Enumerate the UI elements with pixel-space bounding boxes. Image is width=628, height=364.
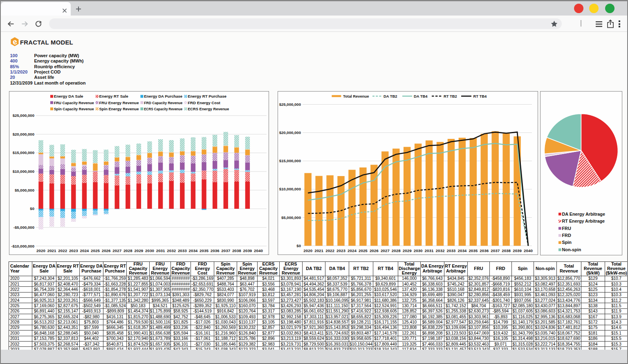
svg-text:$15,000,000: $15,000,000 <box>13 150 34 155</box>
svg-text:2025: 2025 <box>359 248 368 253</box>
svg-text:2030: 2030 <box>145 248 154 253</box>
svg-text:2026: 2026 <box>102 248 111 253</box>
svg-text:Non-spin: Non-spin <box>562 247 581 252</box>
svg-text:2020: 2020 <box>36 248 45 253</box>
svg-text:FRD: FRD <box>562 233 571 238</box>
svg-text:2025: 2025 <box>91 248 100 253</box>
svg-text:$15,000,000: $15,000,000 <box>279 159 301 163</box>
svg-text:2029: 2029 <box>135 248 144 253</box>
svg-text:2022: 2022 <box>58 248 67 253</box>
svg-text:$25,000,000: $25,000,000 <box>279 102 301 107</box>
svg-text:Spin Capacity Revenue: Spin Capacity Revenue <box>54 107 94 111</box>
svg-text:Energy RT Purchase: Energy RT Purchase <box>188 94 227 98</box>
svg-text:2031: 2031 <box>425 248 434 253</box>
svg-text:2035: 2035 <box>469 248 478 253</box>
svg-text:2038: 2038 <box>232 248 241 253</box>
svg-text:2027: 2027 <box>381 248 390 253</box>
svg-text:2036: 2036 <box>480 248 489 253</box>
svg-text:2020: 2020 <box>303 248 312 253</box>
svg-text:$10,000,000: $10,000,000 <box>279 187 301 191</box>
svg-text:2039: 2039 <box>243 248 252 253</box>
svg-text:2027: 2027 <box>112 248 121 253</box>
svg-text:FRD Capacity Revenue: FRD Capacity Revenue <box>144 100 183 105</box>
svg-text:2028: 2028 <box>123 248 132 253</box>
svg-text:$25,000,000: $25,000,000 <box>13 113 34 118</box>
svg-text:$20,000,000: $20,000,000 <box>13 132 34 136</box>
svg-text:$10,000,000: $10,000,000 <box>13 169 34 174</box>
svg-text:-$5,000,000: -$5,000,000 <box>13 225 34 230</box>
svg-text:ECRS Capacity Revenue: ECRS Capacity Revenue <box>144 107 183 111</box>
svg-text:DA Energy Arbitrage: DA Energy Arbitrage <box>562 212 605 217</box>
svg-text:FRD Energy Cost: FRD Energy Cost <box>188 100 220 105</box>
svg-text:2039: 2039 <box>513 248 522 253</box>
svg-text:-$10,000,000: -$10,000,000 <box>11 244 34 248</box>
svg-text:$20,000,000: $20,000,000 <box>279 130 301 135</box>
svg-text:$0: $0 <box>30 206 34 211</box>
svg-text:DA TB2: DA TB2 <box>384 94 397 98</box>
svg-text:2032: 2032 <box>167 248 176 253</box>
svg-text:2031: 2031 <box>156 248 165 253</box>
svg-text:2024: 2024 <box>80 248 89 253</box>
svg-text:2034: 2034 <box>458 248 467 253</box>
svg-text:2038: 2038 <box>502 248 511 253</box>
svg-text:Total Revenue: Total Revenue <box>343 94 369 98</box>
svg-text:FRU Capacity Revenue: FRU Capacity Revenue <box>54 100 94 105</box>
svg-text:2032: 2032 <box>436 248 445 253</box>
svg-text:2029: 2029 <box>403 248 412 253</box>
svg-text:2034: 2034 <box>189 248 198 253</box>
svg-text:2035: 2035 <box>200 248 209 253</box>
svg-text:Energy DA Purchase: Energy DA Purchase <box>144 94 183 98</box>
svg-text:DA TB4: DA TB4 <box>414 94 428 98</box>
svg-text:2040: 2040 <box>524 248 533 253</box>
svg-text:Spin: Spin <box>562 240 572 245</box>
svg-text:2033: 2033 <box>178 248 187 253</box>
svg-text:2026: 2026 <box>370 248 379 253</box>
svg-text:ECRS Energy Revenue: ECRS Energy Revenue <box>188 107 229 111</box>
svg-text:2024: 2024 <box>348 248 357 253</box>
svg-text:Energy RT Sale: Energy RT Sale <box>99 94 129 98</box>
svg-text:$5,000,000: $5,000,000 <box>15 188 34 192</box>
svg-text:2033: 2033 <box>447 248 456 253</box>
svg-text:2023: 2023 <box>336 248 345 253</box>
svg-text:FRU Energy Revenue: FRU Energy Revenue <box>99 100 139 105</box>
svg-text:2023: 2023 <box>69 248 78 253</box>
svg-text:2022: 2022 <box>325 248 334 253</box>
svg-text:2021: 2021 <box>314 248 323 253</box>
svg-text:$5,000,000: $5,000,000 <box>281 215 301 220</box>
svg-text:RT TB2: RT TB2 <box>444 94 457 98</box>
svg-text:2036: 2036 <box>211 248 220 253</box>
svg-text:2037: 2037 <box>491 248 500 253</box>
svg-text:2028: 2028 <box>392 248 401 253</box>
svg-text:Energy DA Sale: Energy DA Sale <box>54 94 83 98</box>
svg-text:FRU: FRU <box>562 226 571 231</box>
svg-text:Spin Energy Revenue: Spin Energy Revenue <box>99 107 139 111</box>
svg-text:2040: 2040 <box>254 248 263 253</box>
svg-text:$0: $0 <box>296 243 301 248</box>
svg-text:2021: 2021 <box>47 248 56 253</box>
svg-text:RT Energy Arbitrage: RT Energy Arbitrage <box>562 219 605 223</box>
svg-text:RT TB4: RT TB4 <box>473 94 487 98</box>
svg-text:2030: 2030 <box>414 248 423 253</box>
svg-text:2037: 2037 <box>221 248 230 253</box>
